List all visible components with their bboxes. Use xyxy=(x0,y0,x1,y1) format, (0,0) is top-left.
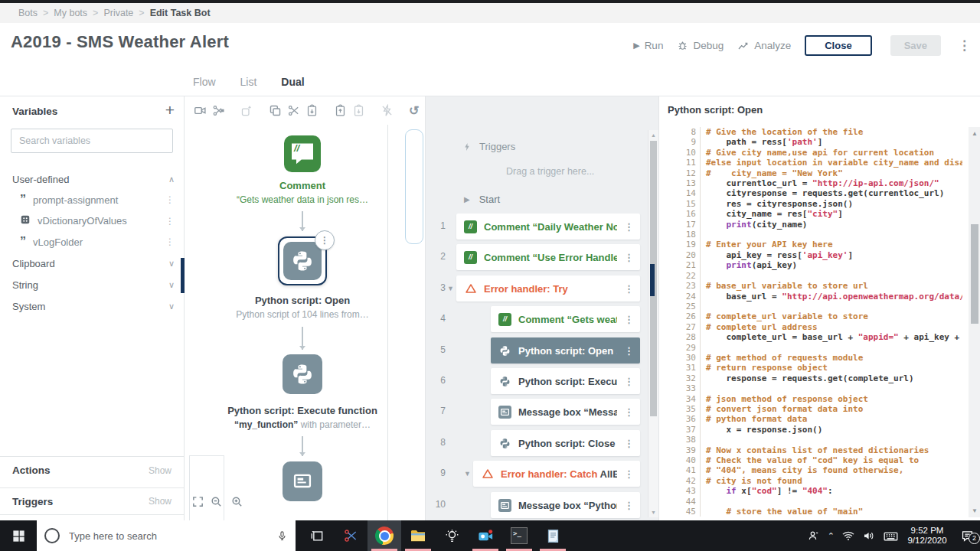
list-action-card[interactable]: Error handler: Catch AllEr…⋮ xyxy=(473,461,640,487)
norun-toolbar-icon[interactable] xyxy=(381,104,394,118)
analyze-button[interactable]: Analyze xyxy=(737,40,791,52)
scroll-up-icon[interactable]: ▲ xyxy=(969,130,980,137)
code-editor[interactable]: 8# Give the location of the file9 path =… xyxy=(673,127,962,517)
action-center-button[interactable]: 2 xyxy=(956,529,978,543)
row-menu-icon[interactable]: ⋮ xyxy=(624,438,634,449)
close-button[interactable]: Close xyxy=(805,35,871,56)
volume-icon[interactable] xyxy=(862,529,876,543)
command-prompt-button[interactable]: >_ xyxy=(502,520,536,551)
list-scrollbar[interactable]: ▲ ▼ xyxy=(648,130,658,517)
list-action-card[interactable]: Python script: Close …⋮ xyxy=(491,430,640,456)
paste-toolbar-icon[interactable] xyxy=(305,104,318,118)
taskbar-search-input[interactable] xyxy=(67,530,269,543)
list-action-card[interactable]: //Comment “Daily Weather No…⋮ xyxy=(456,214,640,240)
zoom-out-button[interactable] xyxy=(210,495,223,511)
more-menu-icon[interactable]: ⋮ xyxy=(958,37,971,54)
triggers-section[interactable]: Triggers xyxy=(462,141,515,152)
variable-item[interactable]: ”vLogFolder⋮ xyxy=(20,233,175,250)
save-button[interactable]: Save xyxy=(890,35,941,56)
code-scrollbar-thumb[interactable] xyxy=(971,224,978,324)
variable-menu-icon[interactable]: ⋮ xyxy=(165,216,175,227)
people-icon[interactable] xyxy=(807,529,821,543)
debug-button[interactable]: Debug xyxy=(677,40,724,51)
row-menu-icon[interactable]: ⋮ xyxy=(624,406,634,418)
row-menu-icon[interactable]: ⋮ xyxy=(624,376,634,387)
flow-node-comment-icon[interactable]: // xyxy=(284,135,321,172)
chevron-down-icon[interactable]: ∨ xyxy=(168,302,175,311)
screen-recorder-button[interactable] xyxy=(469,520,502,551)
copy-toolbar-icon[interactable] xyxy=(269,104,282,118)
breadcrumb-item[interactable]: Private xyxy=(103,8,133,18)
variables-section-string[interactable]: String∨ xyxy=(12,277,175,294)
list-action-card[interactable]: Message box “Messag…⋮ xyxy=(491,399,640,425)
scroll-down-icon[interactable]: ▼ xyxy=(969,507,980,514)
breadcrumb-item[interactable]: My bots xyxy=(54,8,87,18)
list-action-card[interactable]: Python script: Open …⋮ xyxy=(491,337,640,364)
panel-resize-handle[interactable] xyxy=(650,264,655,296)
flow-node-messagebox-icon[interactable] xyxy=(283,461,322,501)
code-scrollbar[interactable]: ▲ ▼ xyxy=(969,127,980,517)
row-menu-icon[interactable]: ⋮ xyxy=(624,345,634,357)
variable-menu-icon[interactable]: ⋮ xyxy=(165,194,175,205)
trigger-drop-placeholder[interactable]: Drag a trigger here... xyxy=(506,166,594,177)
taskbar-clock[interactable]: 9:52 PM 9/12/2020 xyxy=(906,526,949,546)
zoom-in-button[interactable] xyxy=(230,495,243,511)
triggers-show-button[interactable]: Show xyxy=(149,496,172,507)
list-action-card[interactable]: Message box “Python…⋮ xyxy=(491,492,640,518)
tab-flow[interactable]: Flow xyxy=(193,74,216,90)
snipping-tool-button[interactable] xyxy=(334,520,368,551)
tab-list[interactable]: List xyxy=(240,74,257,90)
panel-resize-handle[interactable] xyxy=(181,258,185,293)
chrome-button[interactable] xyxy=(368,520,401,551)
chevron-up-icon[interactable]: ∧ xyxy=(168,174,175,184)
list-action-card[interactable]: Python script: Execut…⋮ xyxy=(491,368,640,394)
taskbar-search[interactable] xyxy=(37,520,296,551)
touch-keyboard-icon[interactable] xyxy=(883,528,899,544)
variable-item[interactable]: vDictionaryOfValues⋮ xyxy=(20,213,175,230)
chevron-down-icon[interactable]: ▼ xyxy=(464,470,471,478)
flow-node-python-execute-icon[interactable] xyxy=(283,354,322,394)
row-menu-icon[interactable]: ⋮ xyxy=(624,468,634,480)
variables-section-clipboard[interactable]: Clipboard∨ xyxy=(12,256,175,272)
notepad-button[interactable] xyxy=(536,520,570,551)
tab-dual[interactable]: Dual xyxy=(281,74,304,90)
run-button[interactable]: ▶ Run xyxy=(633,40,663,51)
row-menu-icon[interactable]: ⋮ xyxy=(624,500,634,511)
tray-expand-icon[interactable]: ⌃ xyxy=(828,531,835,541)
cut-toolbar-icon[interactable] xyxy=(287,104,300,118)
list-action-card[interactable]: //Comment “Use Error Handler…⋮ xyxy=(456,244,640,270)
start-button[interactable] xyxy=(0,520,37,551)
chevron-down-icon[interactable]: ∨ xyxy=(168,259,175,269)
variables-section-user-defined[interactable]: User-defined∧ xyxy=(12,171,175,187)
variable-item[interactable]: ”prompt-assignment⋮ xyxy=(20,191,175,208)
row-menu-icon[interactable]: ⋮ xyxy=(624,252,634,263)
row-menu-icon[interactable]: ⋮ xyxy=(624,314,634,325)
variables-section-system[interactable]: System∨ xyxy=(12,298,175,315)
magic-toolbar-icon[interactable] xyxy=(240,104,253,118)
add-variable-button[interactable]: + xyxy=(165,101,175,119)
task-view-button[interactable] xyxy=(300,520,334,551)
list-action-card[interactable]: //Comment “Gets weat…⋮ xyxy=(491,306,640,332)
fit-to-screen-button[interactable] xyxy=(191,495,204,511)
chevron-down-icon[interactable]: ▼ xyxy=(447,285,454,292)
actions-footer-row[interactable]: Actions Show xyxy=(0,456,184,484)
lightbulb-app-button[interactable] xyxy=(435,520,469,551)
actions-show-button[interactable]: Show xyxy=(149,465,172,476)
undo-toolbar-icon[interactable]: ↺ xyxy=(409,104,419,118)
triggers-footer-row[interactable]: Triggers Show xyxy=(0,487,184,515)
flow-canvas[interactable]: // Comment “Gets weather data in json re… xyxy=(185,125,425,520)
breadcrumb-item[interactable]: Bots xyxy=(18,8,38,18)
row-menu-icon[interactable]: ⋮ xyxy=(624,283,634,295)
file-explorer-button[interactable] xyxy=(401,520,435,551)
node-options-badge[interactable]: ⋮ xyxy=(315,230,335,250)
search-variables-input[interactable] xyxy=(11,129,173,153)
list-action-card[interactable]: Error handler: Try⋮ xyxy=(456,276,640,302)
variable-menu-icon[interactable]: ⋮ xyxy=(165,236,175,247)
row-menu-icon[interactable]: ⋮ xyxy=(624,221,634,233)
scroll-down-icon[interactable]: ▼ xyxy=(648,510,658,515)
wifi-icon[interactable] xyxy=(841,529,855,543)
start-section[interactable]: ▶ Start xyxy=(464,194,500,205)
camera-toolbar-icon[interactable] xyxy=(194,104,207,118)
clipdown-toolbar-icon[interactable] xyxy=(352,104,365,118)
scroll-up-icon[interactable]: ▲ xyxy=(648,132,658,138)
